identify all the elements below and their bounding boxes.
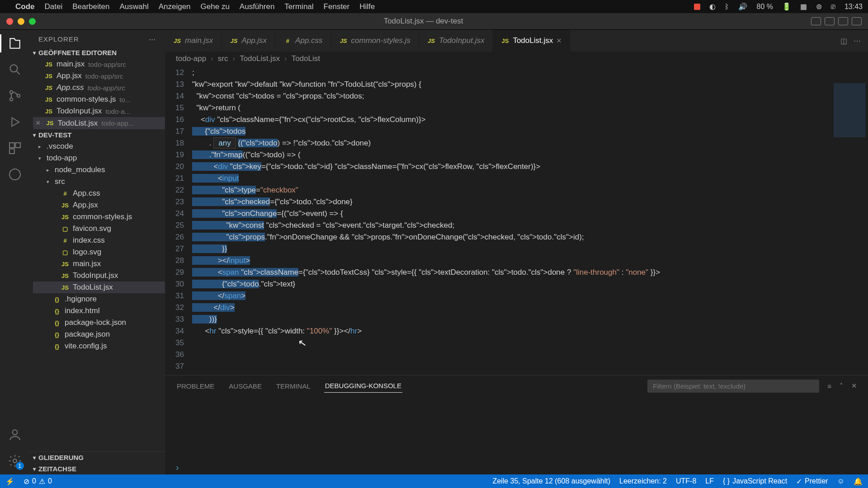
tree-item[interactable]: todo-app [33, 152, 165, 164]
debug-filter-input[interactable] [647, 380, 819, 393]
layout-customize-icon[interactable] [852, 17, 862, 25]
record-icon[interactable] [694, 4, 700, 10]
layout-right-icon[interactable] [838, 17, 848, 25]
menubar-app[interactable]: Code [15, 2, 35, 11]
open-editor-item[interactable]: ×JSTodoList.jsx todo-app... [33, 117, 165, 129]
close-button[interactable] [6, 18, 13, 25]
tree-item[interactable]: #App.css [33, 188, 165, 199]
filter-settings-icon[interactable]: ≡ [827, 382, 831, 390]
more-actions-icon[interactable]: ⋯ [854, 37, 861, 45]
encoding-indicator[interactable]: UTF-8 [676, 477, 696, 485]
control-center-icon[interactable]: ⎚ [831, 3, 835, 11]
explorer-more-icon[interactable]: ⋯ [149, 35, 156, 43]
tray-icon[interactable]: ◐ [709, 2, 716, 11]
eol-indicator[interactable]: LF [705, 477, 714, 485]
volume-icon[interactable]: 🔊 [738, 2, 747, 11]
tree-item[interactable]: JSmain.jsx [33, 258, 165, 270]
tab-close-icon[interactable]: × [557, 36, 561, 46]
project-section[interactable]: DEV-TEST [29, 129, 165, 141]
layout-bottom-icon[interactable] [825, 17, 835, 25]
menu-ausfuehren[interactable]: Ausführen [240, 2, 275, 11]
battery-icon[interactable]: 🔋 [782, 2, 791, 11]
minimize-button[interactable] [18, 18, 24, 25]
source-control-icon[interactable] [8, 89, 22, 103]
close-editor-icon[interactable]: × [36, 118, 41, 128]
open-editor-item[interactable]: JSTodoInput.jsx todo-a... [33, 105, 165, 117]
editor-tab[interactable]: JSTodoList.jsx× [493, 30, 570, 52]
tree-item[interactable]: JSTodoInput.jsx [33, 270, 165, 282]
breadcrumb-item[interactable]: TodoList.jsx [240, 54, 280, 63]
debug-console-output[interactable] [165, 393, 868, 460]
menu-datei[interactable]: Datei [45, 2, 63, 11]
lang-indicator[interactable]: { } JavaScript React [723, 477, 787, 485]
tree-item[interactable]: {}vite.config.js [33, 340, 165, 352]
tray-icon-2[interactable]: ▦ [800, 2, 807, 11]
outline-section[interactable]: GLIEDERUNG [29, 451, 165, 463]
menu-auswahl[interactable]: Auswahl [119, 2, 148, 11]
editor-tab[interactable]: JSApp.jsx [222, 30, 275, 52]
maximize-button[interactable] [29, 18, 36, 25]
panel-chevron-icon[interactable]: ˄ [840, 382, 843, 390]
editor-tab[interactable]: #App.css [275, 30, 331, 52]
prettier-indicator[interactable]: ✓ Prettier [796, 477, 828, 486]
notifications-icon[interactable]: 🔔 [854, 477, 863, 486]
open-editor-item[interactable]: JSApp.css todo-app/src [33, 82, 165, 94]
feedback-icon[interactable]: ☺ [837, 477, 844, 485]
tree-item[interactable]: {}package-lock.json [33, 317, 165, 328]
menu-terminal[interactable]: Terminal [284, 2, 313, 11]
timeline-section[interactable]: ZEITACHSE [29, 463, 165, 474]
panel-tab[interactable]: DEBUGGING-KONSOLE [324, 379, 402, 393]
panel-tab[interactable]: AUSGABE [228, 380, 263, 393]
tree-item[interactable]: src [33, 176, 165, 188]
battery-text[interactable]: 80 % [756, 3, 773, 11]
panel-tab[interactable]: TERMINAL [275, 380, 311, 393]
errors-indicator[interactable]: ⊘ 0 ⚠ 0 [24, 477, 52, 486]
tree-item[interactable]: {}.hgignore [33, 293, 165, 305]
minimap[interactable] [827, 66, 868, 375]
menu-hilfe[interactable]: Hilfe [359, 2, 375, 11]
breadcrumb-item[interactable]: todo-app [176, 54, 206, 63]
editor-tab[interactable]: JSTodoInput.jsx [419, 30, 493, 52]
open-editors-section[interactable]: GEÖFFNETE EDITOREN [29, 47, 165, 58]
layout-left-icon[interactable] [811, 17, 821, 25]
open-editor-item[interactable]: JScommon-styles.js to... [33, 94, 165, 105]
breadcrumb-item[interactable]: TodoList [292, 54, 320, 63]
tree-item[interactable]: #index.css [33, 235, 165, 246]
panel-close-icon[interactable]: ✕ [851, 382, 857, 390]
cursor-position[interactable]: Zeile 35, Spalte 12 (608 ausgewählt) [492, 477, 610, 485]
wifi-icon[interactable]: ⊚ [816, 2, 822, 11]
split-editor-icon[interactable]: ◫ [840, 37, 847, 45]
menu-gehe-zu[interactable]: Gehe zu [201, 2, 230, 11]
tree-item[interactable]: JSTodoList.jsx [33, 282, 165, 293]
explorer-icon[interactable] [8, 36, 22, 51]
search-icon[interactable] [8, 62, 22, 77]
editor[interactable]: 1213141516171819202122232425262728293031… [165, 66, 868, 375]
tree-item[interactable]: {}package.json [33, 328, 165, 340]
run-debug-icon[interactable] [8, 115, 22, 129]
extensions-icon[interactable] [8, 141, 22, 155]
open-editor-item[interactable]: JSApp.jsx todo-app/src [33, 70, 165, 82]
clock[interactable]: 13:43 [844, 3, 863, 11]
indent-indicator[interactable]: Leerzeichen: 2 [619, 477, 667, 485]
editor-tab[interactable]: JSmain.jsx [165, 30, 222, 52]
panel-tab[interactable]: PROBLEME [176, 380, 215, 393]
breadcrumb-item[interactable]: src [218, 54, 228, 63]
tree-item[interactable]: {}index.html [33, 305, 165, 317]
tree-item[interactable]: ▢logo.svg [33, 246, 165, 258]
debug-prompt-icon[interactable]: › [165, 460, 868, 474]
tree-item[interactable]: node_modules [33, 164, 165, 176]
code-area[interactable]: ;"kw">export "kw">default "kw">function … [192, 66, 827, 375]
bluetooth-icon[interactable]: ᛒ [725, 3, 729, 11]
settings-icon[interactable]: 1 [8, 454, 22, 468]
editor-tab[interactable]: JScommon-styles.js [331, 30, 419, 52]
account-icon[interactable] [8, 427, 22, 442]
open-editor-item[interactable]: JSmain.jsx todo-app/src [33, 58, 165, 70]
menu-fenster[interactable]: Fenster [324, 2, 350, 11]
menu-bearbeiten[interactable]: Bearbeiten [72, 2, 109, 11]
tree-item[interactable]: ▢favicon.svg [33, 223, 165, 235]
remote-indicator[interactable]: ⚡ [5, 477, 14, 486]
remote-icon[interactable] [8, 167, 22, 182]
breadcrumbs[interactable]: todo-app›src›TodoList.jsx›TodoList [165, 52, 868, 66]
tree-item[interactable]: .vscode [33, 141, 165, 152]
menu-anzeigen[interactable]: Anzeigen [159, 2, 191, 11]
